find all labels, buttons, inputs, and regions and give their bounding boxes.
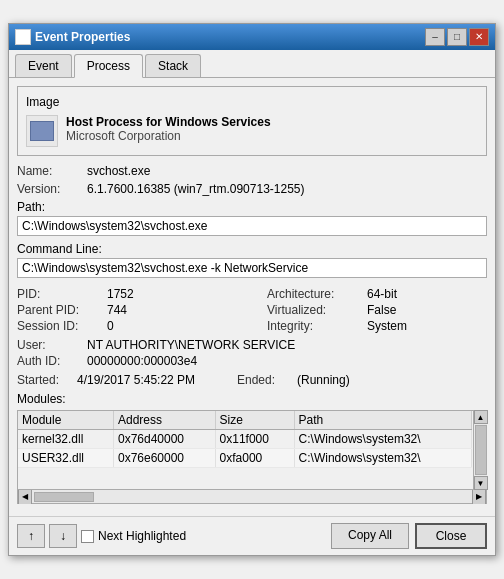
- auth-id-value: 00000000:000003e4: [87, 354, 197, 368]
- vertical-scrollbar[interactable]: ▲ ▼: [473, 410, 487, 490]
- module-address: 0x76e60000: [113, 449, 215, 468]
- modules-label: Modules:: [17, 392, 487, 406]
- auth-id-row: Auth ID: 00000000:000003e4: [17, 354, 487, 368]
- arch-label: Architecture:: [267, 286, 367, 302]
- hscroll-track: [32, 492, 472, 502]
- module-path: C:\Windows\system32\: [294, 449, 471, 468]
- minimize-button[interactable]: –: [425, 28, 445, 46]
- scroll-down-button[interactable]: ▼: [474, 476, 488, 490]
- session-id-label: Session ID:: [17, 318, 107, 334]
- close-button[interactable]: Close: [415, 523, 487, 549]
- session-id-value: 0: [107, 318, 267, 334]
- name-value: svchost.exe: [87, 164, 150, 178]
- path-section-label: Path:: [17, 200, 487, 214]
- module-path: C:\Windows\system32\: [294, 430, 471, 449]
- version-value: 6.1.7600.16385 (win7_rtm.090713-1255): [87, 182, 305, 196]
- cmdline-input[interactable]: [17, 258, 487, 278]
- started-label: Started:: [17, 372, 77, 388]
- col-path: Path: [294, 411, 471, 430]
- user-label: User:: [17, 338, 87, 352]
- ended-label: Ended:: [237, 372, 297, 388]
- event-properties-window: Event Properties – □ ✕ Event Process Sta…: [8, 23, 496, 556]
- window-icon: [15, 29, 31, 45]
- module-size: 0xfa000: [215, 449, 294, 468]
- props-grid: PID: 1752 Architecture: 64-bit Parent PI…: [17, 286, 487, 334]
- version-row: Version: 6.1.7600.16385 (win7_rtm.090713…: [17, 182, 487, 196]
- col-size: Size: [215, 411, 294, 430]
- next-highlighted-label: Next Highlighted: [98, 529, 186, 543]
- maximize-button[interactable]: □: [447, 28, 467, 46]
- scroll-left-button[interactable]: ◀: [18, 490, 32, 504]
- modules-table: Module Address Size Path kernel32.dll 0x…: [18, 411, 472, 468]
- started-ended-grid: Started: 4/19/2017 5:45:22 PM Ended: (Ru…: [17, 372, 487, 388]
- tab-event[interactable]: Event: [15, 54, 72, 77]
- process-icon: [26, 115, 58, 147]
- next-highlighted-checkbox[interactable]: [81, 530, 94, 543]
- image-group-label: Image: [26, 95, 478, 109]
- pid-value: 1752: [107, 286, 267, 302]
- nav-up-button[interactable]: ↑: [17, 524, 45, 548]
- integrity-value: System: [367, 318, 447, 334]
- table-row: USER32.dll 0x76e60000 0xfa000 C:\Windows…: [18, 449, 472, 468]
- table-row: kernel32.dll 0x76d40000 0x11f000 C:\Wind…: [18, 430, 472, 449]
- modules-table-wrapper: Module Address Size Path kernel32.dll 0x…: [17, 410, 487, 490]
- cmdline-section-label: Command Line:: [17, 242, 487, 256]
- process-icon-graphic: [30, 121, 54, 141]
- process-meta: Host Process for Windows Services Micros…: [66, 115, 271, 143]
- name-row: Name: svchost.exe: [17, 164, 487, 178]
- close-window-button[interactable]: ✕: [469, 28, 489, 46]
- col-module: Module: [18, 411, 113, 430]
- scroll-thumb[interactable]: [475, 425, 487, 475]
- module-size: 0x11f000: [215, 430, 294, 449]
- tab-bar: Event Process Stack: [9, 50, 495, 78]
- tab-process[interactable]: Process: [74, 54, 143, 78]
- parent-pid-label: Parent PID:: [17, 302, 107, 318]
- hscroll-thumb[interactable]: [34, 492, 94, 502]
- started-value: 4/19/2017 5:45:22 PM: [77, 372, 237, 388]
- image-inner: Host Process for Windows Services Micros…: [26, 115, 478, 147]
- version-label: Version:: [17, 182, 87, 196]
- modules-header-row: Module Address Size Path: [18, 411, 472, 430]
- process-display-name: Host Process for Windows Services: [66, 115, 271, 129]
- next-highlighted-checkbox-label[interactable]: Next Highlighted: [81, 529, 186, 543]
- module-address: 0x76d40000: [113, 430, 215, 449]
- window-controls: – □ ✕: [425, 28, 489, 46]
- name-label: Name:: [17, 164, 87, 178]
- col-address: Address: [113, 411, 215, 430]
- virtualized-value: False: [367, 302, 447, 318]
- module-name: USER32.dll: [18, 449, 113, 468]
- process-company: Microsoft Corporation: [66, 129, 271, 143]
- horizontal-scrollbar: ◀ ▶: [17, 490, 487, 504]
- modules-container: Module Address Size Path kernel32.dll 0x…: [17, 410, 487, 490]
- parent-pid-value: 744: [107, 302, 267, 318]
- scroll-right-button[interactable]: ▶: [472, 490, 486, 504]
- virtualized-label: Virtualized:: [267, 302, 367, 318]
- process-tab-content: Image Host Process for Windows Services …: [9, 78, 495, 512]
- footer-right: Copy All Close: [331, 523, 487, 549]
- user-value: NT AUTHORITY\NETWORK SERVICE: [87, 338, 295, 352]
- titlebar: Event Properties – □ ✕: [9, 24, 495, 50]
- path-input[interactable]: [17, 216, 487, 236]
- user-row: User: NT AUTHORITY\NETWORK SERVICE: [17, 338, 487, 352]
- tab-stack[interactable]: Stack: [145, 54, 201, 77]
- image-group: Image Host Process for Windows Services …: [17, 86, 487, 156]
- window-title: Event Properties: [35, 30, 130, 44]
- window-title-area: Event Properties: [15, 29, 130, 45]
- integrity-label: Integrity:: [267, 318, 367, 334]
- module-name: kernel32.dll: [18, 430, 113, 449]
- copy-all-button[interactable]: Copy All: [331, 523, 409, 549]
- ended-value: (Running): [297, 372, 387, 388]
- pid-label: PID:: [17, 286, 107, 302]
- scroll-up-button[interactable]: ▲: [474, 410, 488, 424]
- footer: ↑ ↓ Next Highlighted Copy All Close: [9, 516, 495, 555]
- auth-id-label: Auth ID:: [17, 354, 87, 368]
- nav-down-button[interactable]: ↓: [49, 524, 77, 548]
- footer-left: ↑ ↓ Next Highlighted: [17, 524, 186, 548]
- arch-value: 64-bit: [367, 286, 447, 302]
